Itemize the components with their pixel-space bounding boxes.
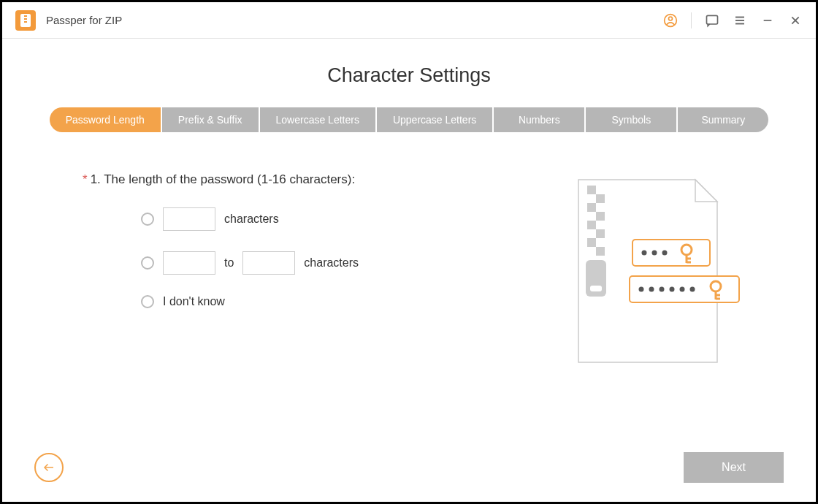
tab-summary[interactable]: Summary	[678, 107, 768, 132]
close-icon[interactable]	[788, 13, 803, 28]
unknown-label: I don't know	[163, 295, 225, 308]
exact-length-input[interactable]	[163, 207, 215, 231]
minimize-icon[interactable]	[760, 13, 775, 28]
svg-rect-17	[587, 203, 596, 212]
exact-suffix: characters	[224, 213, 279, 226]
svg-rect-22	[596, 247, 605, 256]
range-suffix: characters	[304, 256, 359, 270]
tab-uppercase[interactable]: Uppercase Letters	[377, 107, 492, 132]
question-text: 1. The length of the password (1-16 char…	[91, 172, 356, 186]
user-account-icon[interactable]	[663, 13, 678, 28]
svg-point-39	[690, 287, 695, 292]
svg-rect-2	[24, 18, 27, 20]
tab-password-length[interactable]: Password Length	[50, 107, 161, 132]
svg-rect-19	[587, 221, 596, 229]
svg-point-5	[669, 17, 673, 20]
zip-icon	[20, 14, 31, 27]
titlebar-divider	[691, 12, 692, 28]
svg-rect-6	[707, 15, 718, 24]
svg-point-37	[670, 287, 675, 292]
app-logo	[15, 10, 36, 31]
svg-point-35	[649, 287, 654, 292]
arrow-left-icon	[42, 461, 56, 474]
menu-icon[interactable]	[733, 13, 747, 28]
radio-exact[interactable]	[141, 213, 154, 226]
page-title: Character Settings	[42, 64, 776, 87]
svg-point-26	[642, 251, 647, 256]
svg-rect-24	[590, 286, 602, 291]
range-to-input[interactable]	[242, 251, 295, 275]
titlebar-left: Passper for ZIP	[15, 10, 122, 31]
option-unknown: I don't know	[141, 295, 527, 308]
app-title: Passper for ZIP	[46, 14, 122, 26]
back-button[interactable]	[34, 453, 64, 482]
titlebar: Passper for ZIP	[2, 2, 816, 39]
svg-point-36	[660, 287, 665, 292]
svg-point-28	[662, 251, 668, 256]
range-joiner: to	[224, 256, 234, 270]
main-content: Character Settings Password Length Prefi…	[2, 39, 816, 373]
svg-rect-3	[24, 21, 27, 23]
tab-symbols[interactable]: Symbols	[586, 107, 676, 132]
svg-rect-16	[596, 194, 605, 203]
svg-rect-1	[24, 15, 27, 17]
tab-prefix-suffix[interactable]: Prefix & Suffix	[162, 107, 259, 132]
required-marker: *	[83, 172, 88, 186]
tabs: Password Length Prefix & Suffix Lowercas…	[50, 107, 769, 132]
zip-file-illustration-icon	[571, 172, 746, 370]
svg-rect-18	[596, 212, 605, 221]
content-row: *1. The length of the password (1-16 cha…	[42, 172, 776, 373]
svg-point-34	[639, 287, 644, 292]
illustration	[571, 172, 761, 373]
bottom-bar: Next	[34, 452, 784, 483]
tab-lowercase[interactable]: Lowercase Letters	[260, 107, 375, 132]
svg-marker-14	[695, 180, 717, 202]
option-range: to characters	[141, 251, 527, 275]
next-button[interactable]: Next	[684, 452, 784, 483]
titlebar-right	[663, 12, 803, 28]
svg-point-38	[680, 287, 685, 292]
range-from-input[interactable]	[163, 251, 215, 275]
question: *1. The length of the password (1-16 cha…	[83, 172, 527, 187]
svg-point-27	[652, 251, 657, 256]
tab-numbers[interactable]: Numbers	[494, 107, 584, 132]
radio-range[interactable]	[141, 256, 154, 270]
radio-unknown[interactable]	[141, 295, 154, 308]
options-list: characters to characters I don't know	[83, 207, 527, 308]
option-exact: characters	[141, 207, 527, 231]
form-area: *1. The length of the password (1-16 cha…	[83, 172, 527, 373]
svg-rect-20	[596, 229, 605, 238]
svg-rect-15	[587, 186, 596, 194]
feedback-icon[interactable]	[705, 13, 719, 28]
svg-rect-21	[587, 238, 596, 247]
